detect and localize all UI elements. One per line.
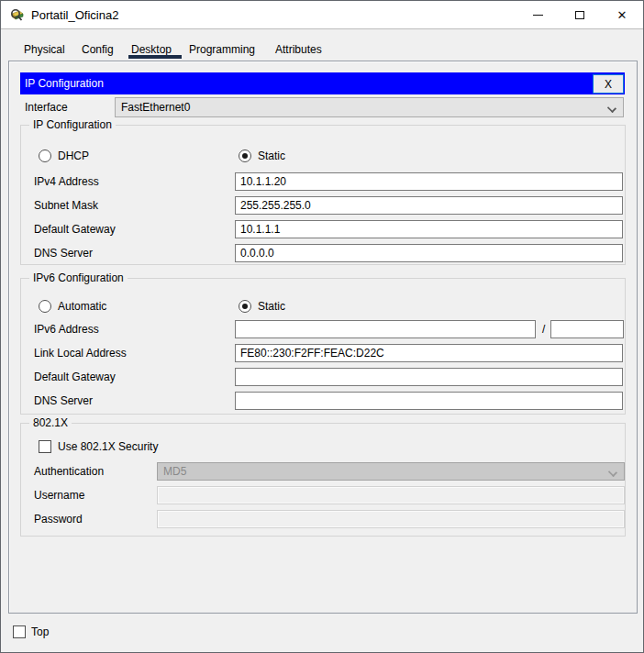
dialog-close-button[interactable]: X — [593, 74, 624, 94]
ip-configuration-group: IP Configuration DHCP Static IPv4 Addres… — [20, 125, 626, 265]
dns-server-label: DNS Server — [34, 244, 93, 262]
default-gateway-input[interactable] — [235, 220, 623, 238]
dialog-title: IP Configuration — [25, 77, 104, 90]
dhcp-radio-label[interactable]: DHCP — [58, 147, 89, 165]
subnet-mask-input[interactable] — [235, 196, 623, 215]
username-label: Username — [34, 486, 84, 504]
username-input — [157, 486, 625, 504]
ipv6-address-label: IPv6 Address — [34, 320, 99, 338]
device-window: Portatil_Oficina2 ✕ Physical Config Desk… — [0, 0, 644, 653]
ipv4-static-radio[interactable] — [239, 149, 251, 162]
ipv6-configuration-group: IPv6 Configuration Automatic Static IPv6… — [20, 278, 626, 415]
password-input — [157, 510, 625, 528]
chevron-down-icon — [608, 468, 617, 477]
desktop-panel: IP Configuration X Interface FastEtherne… — [8, 61, 638, 614]
minimize-button[interactable] — [516, 1, 559, 28]
titlebar: Portatil_Oficina2 ✕ — [1, 1, 643, 29]
dns-server-input[interactable] — [235, 244, 623, 262]
active-tab-underline — [128, 55, 182, 59]
top-checkbox[interactable] — [13, 625, 26, 638]
tab-programming[interactable]: Programming — [189, 43, 255, 56]
window-controls: ✕ — [516, 1, 643, 28]
top-checkbox-label[interactable]: Top — [31, 623, 49, 641]
ipv4-address-label: IPv4 Address — [34, 172, 99, 191]
window-title: Portatil_Oficina2 — [31, 8, 118, 22]
authentication-value: MD5 — [163, 465, 186, 478]
dot1x-group-label: 802.1X — [29, 416, 72, 429]
tabbar: Physical Config Desktop Programming Attr… — [1, 30, 643, 61]
ipv6-default-gateway-input[interactable] — [235, 368, 623, 386]
ip-configuration-titlebar: IP Configuration — [20, 72, 625, 94]
ipv6-dns-server-input[interactable] — [235, 392, 623, 410]
tab-config[interactable]: Config — [82, 43, 114, 56]
tab-attributes[interactable]: Attributes — [275, 43, 322, 56]
ipv6-dns-server-label: DNS Server — [34, 392, 93, 410]
interface-value: FastEthernet0 — [121, 101, 190, 114]
close-icon: ✕ — [617, 9, 627, 21]
interface-label: Interface — [25, 98, 68, 116]
ipv6-static-radio[interactable] — [239, 300, 251, 313]
packet-tracer-icon — [9, 7, 27, 23]
use-dot1x-security-checkbox[interactable] — [39, 440, 51, 453]
ipv6-automatic-radio[interactable] — [39, 300, 51, 313]
authentication-label: Authentication — [34, 462, 104, 481]
authentication-dropdown: MD5 — [157, 462, 625, 481]
subnet-mask-label: Subnet Mask — [34, 196, 98, 215]
ipv4-address-input[interactable] — [235, 172, 623, 191]
maximize-button[interactable] — [559, 1, 601, 28]
link-local-address-label: Link Local Address — [34, 344, 127, 362]
interface-dropdown[interactable]: FastEthernet0 — [115, 97, 624, 117]
ipv6-default-gateway-label: Default Gateway — [34, 368, 116, 386]
use-dot1x-security-label[interactable]: Use 802.1X Security — [58, 437, 158, 456]
ipv6-static-radio-label[interactable]: Static — [258, 297, 285, 315]
ipv6-address-input[interactable] — [235, 320, 536, 338]
dhcp-radio[interactable] — [39, 149, 51, 162]
tab-physical[interactable]: Physical — [24, 43, 65, 56]
minimize-icon — [533, 15, 543, 16]
ip-group-label: IP Configuration — [29, 118, 116, 131]
link-local-address-input[interactable] — [235, 344, 623, 362]
ipv6-prefix-separator: / — [542, 323, 545, 336]
tab-desktop[interactable]: Desktop — [131, 43, 172, 56]
ipv6-automatic-radio-label[interactable]: Automatic — [58, 297, 106, 315]
default-gateway-label: Default Gateway — [34, 220, 116, 238]
maximize-icon — [575, 11, 584, 19]
ipv4-static-radio-label[interactable]: Static — [258, 147, 285, 165]
password-label: Password — [34, 510, 83, 528]
chevron-down-icon — [607, 104, 616, 113]
close-button[interactable]: ✕ — [601, 1, 643, 28]
ipv6-group-label: IPv6 Configuration — [29, 271, 128, 284]
ipv6-prefix-input[interactable] — [550, 320, 624, 338]
dot1x-group: 802.1X Use 802.1X Security Authenticatio… — [20, 423, 626, 537]
